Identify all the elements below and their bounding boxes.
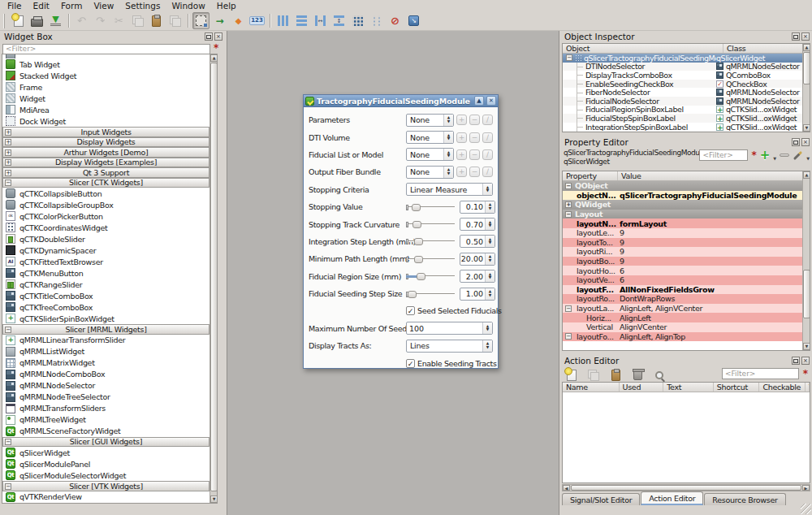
form-dialog-title-bar[interactable]: TractographyFiducialSeedingModule - qSl.… — [304, 95, 498, 107]
property-row[interactable]: −layoutFo...AlignLeft, AlignTop — [563, 332, 802, 342]
edit-signals-icon[interactable]: → — [211, 12, 228, 29]
widget-box-item[interactable]: qMRMLTreeWidget — [2, 414, 209, 426]
widget-box-item[interactable]: Widget — [2, 93, 209, 104]
edit-node-button[interactable]: ∕ — [482, 149, 493, 160]
spinbox-arrows-icon[interactable]: ▲▼ — [482, 322, 492, 334]
menu-form[interactable]: Form — [55, 0, 88, 11]
slider-handle-icon[interactable] — [412, 204, 421, 211]
slider[interactable] — [406, 202, 455, 212]
close-panel-icon[interactable]: × — [801, 138, 810, 146]
object-inspector-row[interactable]: FiducialStepSpinBoxLabel+qCTKSlid...oxWi… — [563, 114, 802, 123]
paste-action-icon[interactable] — [608, 368, 623, 383]
property-row[interactable]: layoutN...formLayout — [563, 219, 802, 228]
property-value-cell[interactable]: AlignLeft — [616, 314, 802, 322]
widget-box-section[interactable]: +Arthur Widgets [Demo] — [2, 147, 209, 158]
splitter-horizontal-icon[interactable]: ↔ — [312, 12, 329, 29]
scroll-down-icon[interactable]: ▼ — [210, 496, 218, 503]
remove-node-button[interactable]: − — [469, 149, 480, 160]
widget-box-section[interactable]: +Display Widgets [Examples] — [2, 158, 209, 168]
edit-widgets-icon[interactable] — [192, 12, 209, 29]
property-row[interactable]: VerticalAlignVCenter — [563, 322, 802, 332]
object-inspector-scrollbar[interactable]: ▲ ▼ — [802, 44, 810, 132]
spinbox[interactable]: 0.70▲▼ — [460, 218, 495, 231]
widget-box-item[interactable]: Frame — [2, 81, 209, 93]
widget-box-item[interactable]: QtqSlicerModuleSelectorWidget — [2, 470, 209, 481]
tab-action-editor[interactable]: Action Editor — [641, 491, 703, 505]
property-group-row[interactable]: −Layout — [563, 210, 802, 219]
float-panel-icon[interactable] — [205, 32, 213, 41]
property-row[interactable]: layoutHo...6 — [563, 266, 802, 275]
object-inspector-row[interactable]: EnableSeedingCheckBox✓QCheckBox — [563, 80, 802, 89]
open-form-icon[interactable] — [28, 12, 45, 29]
column-tooltip[interactable]: ToolTip — [806, 383, 810, 392]
widget-box-item[interactable]: MdiArea — [2, 104, 209, 115]
menu-file[interactable]: File — [2, 0, 28, 11]
new-form-icon[interactable] — [10, 12, 27, 29]
widget-box-item[interactable]: Dock Widget — [2, 115, 209, 127]
widget-box-item[interactable]: QtqVTKRenderView — [2, 491, 209, 503]
widget-box-item[interactable]: qCTKTreeComboBox — [2, 301, 209, 313]
float-panel-icon[interactable] — [792, 357, 800, 365]
section-expander-icon[interactable]: − — [5, 439, 11, 445]
property-value-cell[interactable]: AlignVCenter — [616, 322, 802, 331]
remove-node-button[interactable]: − — [469, 167, 480, 177]
slider-handle-icon[interactable] — [417, 273, 425, 280]
save-form-icon[interactable]: ▼ — [47, 12, 64, 29]
cut-icon[interactable]: ✂ — [110, 12, 127, 29]
new-action-icon[interactable] — [564, 368, 579, 383]
widget-box-scrollbar[interactable]: ▲ ▼ — [209, 54, 217, 503]
group-expander-icon[interactable]: − — [565, 211, 572, 218]
widget-box-item[interactable]: qCTKDoubleSlider — [2, 233, 209, 245]
node-selector-combobox[interactable]: None▲▼ — [406, 131, 454, 144]
widget-box-section[interactable]: +Input Widgets — [2, 127, 209, 137]
spinbox[interactable]: 2.00▲▼ — [460, 270, 495, 283]
edit-node-button[interactable]: ∕ — [482, 132, 493, 143]
add-node-button[interactable]: + — [456, 115, 467, 125]
property-row[interactable]: layoutRi...9 — [563, 247, 802, 257]
redo-icon[interactable]: ↷ — [92, 12, 109, 29]
widget-box-item[interactable]: qMRMLNodeSelector — [2, 380, 209, 392]
section-expander-icon[interactable]: − — [5, 327, 11, 333]
section-expander-icon[interactable]: − — [5, 180, 11, 186]
property-editor-scrollbar[interactable]: ▲ ▼ — [802, 171, 810, 350]
property-value-cell[interactable]: 6 — [616, 275, 802, 284]
object-inspector-row[interactable]: FiberNodeSelectorqMRMLNodeSelector — [563, 88, 802, 97]
tab-resource-browser[interactable]: Resource Browser — [704, 493, 785, 505]
action-editor-hscrollbar[interactable]: ◀ ▶ — [562, 484, 810, 491]
spinbox-arrows-icon[interactable]: ▲▼ — [485, 236, 495, 247]
widget-box-item[interactable]: qCTKDynamicSpacer — [2, 245, 209, 256]
property-value-cell[interactable]: qSlicerTractographyFiducialSeedingModule — [616, 191, 802, 200]
spinbox[interactable]: 0.50▲▼ — [460, 235, 495, 248]
column-checkable[interactable]: Checkable — [759, 383, 806, 392]
property-value-cell[interactable]: 9 — [616, 247, 802, 256]
spinbox-arrows-icon[interactable]: ▲▼ — [485, 288, 495, 300]
widget-box-item[interactable]: qMRMLListWidget — [2, 346, 209, 357]
scroll-thumb[interactable] — [210, 63, 218, 491]
property-value-cell[interactable]: formLayout — [616, 219, 802, 228]
menu-help[interactable]: Help — [211, 0, 242, 11]
object-inspector-row[interactable]: FiducialRegionSpinBoxLabel+qCTKSlid...ox… — [563, 106, 802, 115]
property-row[interactable]: layoutF...AllNonFixedFieldsGrow — [563, 285, 802, 295]
object-inspector-row[interactable]: DisplayTracksComboBoxQComboBox — [563, 71, 802, 80]
combobox[interactable]: Lines▲▼ — [406, 340, 493, 353]
close-panel-icon[interactable]: × — [801, 357, 810, 365]
widget-box-item[interactable]: Stacked Widget — [2, 70, 209, 81]
edit-buddies-icon[interactable]: ◆ — [230, 12, 247, 29]
section-expander-icon[interactable]: + — [5, 139, 11, 145]
node-selector-combobox[interactable]: None▲▼ — [406, 148, 454, 161]
action-filter-input[interactable] — [722, 368, 799, 379]
add-node-button[interactable]: + — [456, 167, 467, 177]
widget-box-section[interactable]: +Display Widgets — [2, 137, 209, 148]
tree-expander-icon[interactable]: − — [565, 333, 572, 340]
property-value-cell[interactable]: AllNonFixedFieldsGrow — [616, 285, 802, 294]
property-value-cell[interactable]: AlignLeft, AlignVCenter — [616, 304, 802, 313]
window-resize-grip[interactable] — [801, 504, 811, 514]
edit-property-icon[interactable] — [793, 150, 802, 159]
remove-node-button[interactable]: − — [469, 132, 480, 143]
widget-box-item[interactable]: +qCTKSliderSpinBoxWidget — [2, 313, 209, 324]
slider-handle-icon[interactable] — [414, 238, 423, 245]
view-actions-icon[interactable] — [652, 368, 667, 383]
tree-expander-icon[interactable]: − — [566, 54, 572, 61]
widget-box-item[interactable]: qMRMLMatrixWidget — [2, 357, 209, 369]
menu-settings[interactable]: Settings — [119, 0, 166, 11]
